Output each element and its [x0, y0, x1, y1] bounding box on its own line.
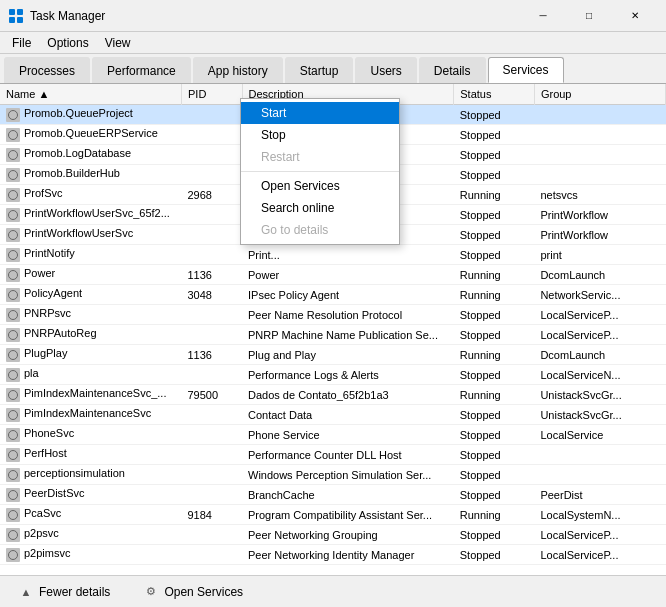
table-row[interactable]: PeerDistSvcBranchCacheStoppedPeerDist — [0, 485, 666, 505]
cell-name: PolicyAgent — [0, 285, 182, 305]
cell-desc: IPsec Policy Agent — [242, 285, 454, 305]
table-row[interactable]: PerfHostPerformance Counter DLL HostStop… — [0, 445, 666, 465]
cell-name: Promob.QueueProject — [0, 105, 182, 125]
tab-services[interactable]: Services — [488, 57, 564, 83]
fewer-details-icon: ▲ — [19, 585, 33, 599]
close-button[interactable]: ✕ — [612, 0, 658, 32]
cell-pid — [182, 465, 243, 485]
cell-group — [534, 145, 665, 165]
table-row[interactable]: p2psvcPeer Networking GroupingStoppedLoc… — [0, 525, 666, 545]
cell-group — [534, 465, 665, 485]
col-header-group[interactable]: Group — [534, 84, 665, 105]
svg-rect-2 — [9, 17, 15, 23]
ctx-go-to-details: Go to details — [241, 219, 399, 241]
col-header-status[interactable]: Status — [454, 84, 535, 105]
cell-name: p2pimsvc — [0, 545, 182, 565]
service-icon — [6, 548, 20, 562]
table-row[interactable]: PolicyAgent3048IPsec Policy AgentRunning… — [0, 285, 666, 305]
cell-pid — [182, 485, 243, 505]
menu-file[interactable]: File — [4, 34, 39, 52]
cell-name: Promob.QueueERPService — [0, 125, 182, 145]
cell-pid — [182, 405, 243, 425]
cell-pid — [182, 225, 243, 245]
service-icon — [6, 408, 20, 422]
table-row[interactable]: perceptionsimulationWindows Perception S… — [0, 465, 666, 485]
cell-status: Stopped — [454, 525, 535, 545]
cell-group — [534, 445, 665, 465]
cell-group — [534, 125, 665, 145]
cell-status: Stopped — [454, 545, 535, 565]
tab-users[interactable]: Users — [355, 57, 416, 83]
cell-pid — [182, 165, 243, 185]
service-icon — [6, 368, 20, 382]
minimize-button[interactable]: ─ — [520, 0, 566, 32]
cell-desc: Performance Counter DLL Host — [242, 445, 454, 465]
tab-app-history[interactable]: App history — [193, 57, 283, 83]
cell-status: Stopped — [454, 205, 535, 225]
table-row[interactable]: Power1136PowerRunningDcomLaunch — [0, 265, 666, 285]
service-icon — [6, 308, 20, 322]
service-icon — [6, 108, 20, 122]
cell-status: Running — [454, 265, 535, 285]
tab-performance[interactable]: Performance — [92, 57, 191, 83]
maximize-button[interactable]: □ — [566, 0, 612, 32]
ctx-search-online[interactable]: Search online — [241, 197, 399, 219]
cell-status: Stopped — [454, 325, 535, 345]
service-icon — [6, 168, 20, 182]
table-row[interactable]: PcaSvc9184Program Compatibility Assistan… — [0, 505, 666, 525]
service-icon — [6, 508, 20, 522]
cell-name: Promob.LogDatabase — [0, 145, 182, 165]
cell-group: LocalService — [534, 425, 665, 445]
tab-details[interactable]: Details — [419, 57, 486, 83]
cell-desc: Windows Perception Simulation Ser... — [242, 465, 454, 485]
cell-status: Stopped — [454, 445, 535, 465]
open-services-button[interactable]: ⚙ Open Services — [133, 580, 254, 604]
cell-group: DcomLaunch — [534, 265, 665, 285]
table-row[interactable]: PlugPlay1136Plug and PlayRunningDcomLaun… — [0, 345, 666, 365]
service-icon — [6, 348, 20, 362]
table-row[interactable]: PimIndexMaintenanceSvc_...79500Dados de … — [0, 385, 666, 405]
table-row[interactable]: PNRPAutoRegPNRP Machine Name Publication… — [0, 325, 666, 345]
cell-name: PimIndexMaintenanceSvc — [0, 405, 182, 425]
table-row[interactable]: p2pimsvcPeer Networking Identity Manager… — [0, 545, 666, 565]
cell-name: ProfSvc — [0, 185, 182, 205]
tab-startup[interactable]: Startup — [285, 57, 354, 83]
cell-name: perceptionsimulation — [0, 465, 182, 485]
fewer-details-button[interactable]: ▲ Fewer details — [8, 580, 121, 604]
menu-view[interactable]: View — [97, 34, 139, 52]
service-icon — [6, 288, 20, 302]
table-row[interactable]: PhoneSvcPhone ServiceStoppedLocalService — [0, 425, 666, 445]
cell-pid — [182, 205, 243, 225]
app-icon — [8, 8, 24, 24]
menu-options[interactable]: Options — [39, 34, 96, 52]
cell-group: UnistackSvcGr... — [534, 385, 665, 405]
service-icon — [6, 488, 20, 502]
service-icon — [6, 228, 20, 242]
table-row[interactable]: PimIndexMaintenanceSvcContact DataStoppe… — [0, 405, 666, 425]
cell-name: PrintWorkflowUserSvc — [0, 225, 182, 245]
service-icon — [6, 128, 20, 142]
cell-group: print — [534, 245, 665, 265]
table-row[interactable]: PrintNotifyPrint...Stoppedprint — [0, 245, 666, 265]
cell-group: NetworkServic... — [534, 285, 665, 305]
cell-pid: 79500 — [182, 385, 243, 405]
cell-name: PNRPsvc — [0, 305, 182, 325]
ctx-separator-1 — [241, 171, 399, 172]
cell-status: Stopped — [454, 225, 535, 245]
bottom-bar: ▲ Fewer details ⚙ Open Services — [0, 575, 666, 607]
service-icon — [6, 388, 20, 402]
ctx-stop[interactable]: Stop — [241, 124, 399, 146]
table-row[interactable]: plaPerformance Logs & AlertsStoppedLocal… — [0, 365, 666, 385]
cell-pid: 1136 — [182, 345, 243, 365]
col-header-name[interactable]: Name ▲ — [0, 84, 182, 105]
table-row[interactable]: PNRPsvcPeer Name Resolution ProtocolStop… — [0, 305, 666, 325]
cell-name: pla — [0, 365, 182, 385]
cell-status: Stopped — [454, 165, 535, 185]
cell-status: Running — [454, 505, 535, 525]
tab-processes[interactable]: Processes — [4, 57, 90, 83]
col-header-pid[interactable]: PID — [182, 84, 243, 105]
ctx-start[interactable]: Start — [241, 102, 399, 124]
content-area: Name ▲ PID Description Status Group Prom… — [0, 84, 666, 575]
ctx-open-services[interactable]: Open Services — [241, 175, 399, 197]
title-bar: Task Manager ─ □ ✕ — [0, 0, 666, 32]
